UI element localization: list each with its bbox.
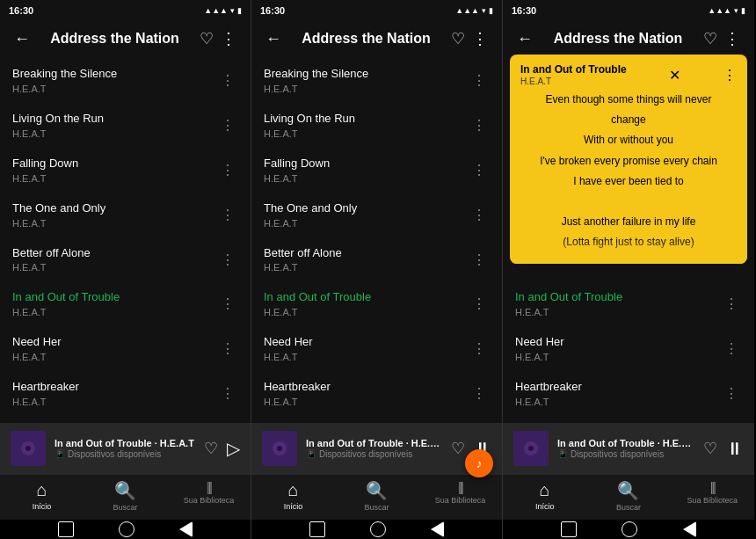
- track-more-icon[interactable]: ⋮: [217, 69, 238, 92]
- track-item[interactable]: Heartbreaker H.E.A.T ⋮: [251, 371, 502, 416]
- heart-button-2[interactable]: ♡: [447, 25, 469, 52]
- track-item[interactable]: Better off Alone H.E.A.T ⋮: [0, 237, 251, 282]
- track-more-icon[interactable]: ⋮: [217, 248, 238, 272]
- track-artist: H.E.A.T: [264, 128, 469, 139]
- track-item[interactable]: Living On the Run H.E.A.T ⋮: [251, 103, 502, 148]
- track-more-icon[interactable]: ⋮: [217, 113, 238, 137]
- track-item[interactable]: The One and Only H.E.A.T ⋮: [251, 193, 502, 237]
- track-item[interactable]: Breaking the Silence H.E.A.T ⋮: [0, 58, 251, 103]
- sys-square-1[interactable]: [58, 521, 74, 537]
- track-more-icon[interactable]: ⋮: [721, 292, 742, 316]
- track-item[interactable]: It's All About Tonight H.E.A.T ⋮: [503, 416, 754, 423]
- now-playing-bar-2[interactable]: In and Out of Trouble · H.E.A.T 📱 Dispos…: [251, 423, 502, 474]
- sys-back-3[interactable]: [683, 521, 696, 537]
- svg-point-2: [25, 446, 31, 451]
- track-item[interactable]: Heartbreaker H.E.A.T ⋮: [0, 371, 251, 416]
- bottom-nav-2: ⌂ Início 🔍 Buscar ||| Sua Biblioteca: [251, 474, 502, 520]
- heart-button-np-2[interactable]: ♡: [451, 439, 465, 458]
- heart-button-np-1[interactable]: ♡: [204, 439, 218, 458]
- nav-home-2[interactable]: ⌂ Início: [251, 480, 335, 513]
- nav-home-1[interactable]: ⌂ Início: [0, 480, 84, 513]
- more-button-2[interactable]: ⋮: [469, 25, 491, 52]
- track-item[interactable]: Falling Down H.E.A.T ⋮: [251, 148, 502, 193]
- sys-back-2[interactable]: [431, 521, 444, 537]
- back-button-2[interactable]: ←: [262, 26, 285, 52]
- track-more-icon[interactable]: ⋮: [469, 248, 490, 272]
- track-item-active[interactable]: In and Out of Trouble H.E.A.T ⋮: [251, 281, 502, 326]
- track-item-active[interactable]: In and Out of Trouble H.E.A.T ⋮: [0, 281, 251, 326]
- album-title-1: Address the Nation: [33, 31, 196, 47]
- heart-button-3[interactable]: ♡: [700, 25, 721, 52]
- sys-square-2[interactable]: [309, 521, 325, 537]
- nav-search-3[interactable]: 🔍 Buscar: [586, 480, 670, 513]
- np-sub-3: 📱 Dispositivos disponíveis: [557, 449, 694, 459]
- track-artist: H.E.A.T: [264, 84, 469, 94]
- sys-circle-2[interactable]: [370, 521, 386, 537]
- lyrics-more-button[interactable]: ⋮: [723, 67, 737, 84]
- sys-circle-3[interactable]: [622, 521, 637, 537]
- track-item[interactable]: Need Her H.E.A.T ⋮: [503, 326, 754, 371]
- back-button-1[interactable]: ←: [11, 26, 33, 52]
- track-more-icon[interactable]: ⋮: [217, 337, 238, 361]
- track-artist: H.E.A.T: [264, 352, 469, 362]
- signal-icon-3: ▲▲▲: [708, 6, 731, 15]
- track-item-active[interactable]: In and Out of Trouble H.E.A.T ⋮: [503, 281, 754, 326]
- sys-back-1[interactable]: [179, 521, 193, 537]
- track-more-icon[interactable]: ⋮: [469, 69, 490, 92]
- floating-player-button-2[interactable]: ♪: [465, 449, 493, 477]
- track-item[interactable]: Breaking the Silence H.E.A.T ⋮: [251, 58, 502, 103]
- nav-search-2[interactable]: 🔍 Buscar: [335, 480, 418, 513]
- track-more-icon[interactable]: ⋮: [217, 292, 238, 316]
- track-more-icon[interactable]: ⋮: [469, 113, 490, 137]
- play-button-1[interactable]: ▷: [227, 438, 240, 459]
- nav-library-2[interactable]: ||| Sua Biblioteca: [418, 480, 502, 513]
- track-item[interactable]: The One and Only H.E.A.T ⋮: [0, 193, 251, 237]
- track-more-icon[interactable]: ⋮: [469, 203, 490, 227]
- more-button-3[interactable]: ⋮: [721, 25, 744, 52]
- album-title-2: Address the Nation: [285, 31, 447, 47]
- track-name: Heartbreaker: [264, 380, 469, 395]
- nav-search-1[interactable]: 🔍 Buscar: [84, 480, 167, 513]
- track-item[interactable]: Heartbreaker H.E.A.T ⋮: [503, 371, 754, 416]
- more-button-1[interactable]: ⋮: [217, 25, 240, 52]
- lyrics-popup: In and Out of Trouble H.E.A.T ✕ ⋮ Even t…: [510, 55, 747, 264]
- track-more-icon[interactable]: ⋮: [217, 382, 238, 405]
- track-item[interactable]: Falling Down H.E.A.T ⋮: [0, 148, 251, 193]
- track-more-icon[interactable]: ⋮: [469, 292, 490, 316]
- sys-square-3[interactable]: [561, 521, 577, 537]
- track-item[interactable]: Need Her H.E.A.T ⋮: [251, 326, 502, 371]
- nav-library-1[interactable]: ||| Sua Biblioteca: [167, 480, 251, 513]
- nav-home-label-1: Início: [33, 502, 52, 511]
- track-item[interactable]: Need Her H.E.A.T ⋮: [0, 326, 251, 371]
- lyrics-popup-artist: H.E.A.T: [520, 76, 627, 86]
- now-playing-bar-3[interactable]: In and Out of Trouble · H.E.A.T 📱 Dispos…: [503, 423, 754, 474]
- nav-library-3[interactable]: ||| Sua Biblioteca: [671, 480, 754, 513]
- track-item[interactable]: It's All About Tonight H.E.A.T ⋮: [251, 416, 502, 423]
- album-art-image-2: [262, 431, 297, 466]
- nav-home-label-3: Início: [535, 502, 555, 511]
- nav-home-3[interactable]: ⌂ Início: [503, 480, 586, 513]
- track-name-active: In and Out of Trouble: [264, 290, 469, 305]
- now-playing-bar-1[interactable]: In and Out of Trouble · H.E.A.T 📱 Dispos…: [0, 423, 251, 474]
- track-more-icon[interactable]: ⋮: [721, 382, 742, 405]
- track-more-icon[interactable]: ⋮: [469, 337, 490, 361]
- track-more-icon[interactable]: ⋮: [469, 158, 490, 182]
- track-item[interactable]: Better off Alone H.E.A.T ⋮: [251, 237, 502, 282]
- track-more-icon[interactable]: ⋮: [469, 382, 490, 405]
- pause-button-3[interactable]: ⏸: [726, 439, 744, 459]
- track-more-icon[interactable]: ⋮: [217, 158, 238, 182]
- track-info: Heartbreaker H.E.A.T: [12, 380, 217, 407]
- lyrics-close-button[interactable]: ✕: [664, 65, 686, 85]
- track-more-icon[interactable]: ⋮: [217, 203, 238, 227]
- track-more-icon[interactable]: ⋮: [721, 337, 742, 361]
- lyrics-line: With or without you: [520, 132, 737, 149]
- track-item[interactable]: Living On the Run H.E.A.T ⋮: [0, 103, 251, 148]
- sys-circle-1[interactable]: [119, 521, 134, 537]
- track-info: Falling Down H.E.A.T: [264, 157, 469, 184]
- heart-button-np-3[interactable]: ♡: [703, 439, 717, 458]
- track-item[interactable]: It's All About Tonight H.E.A.T ⋮: [0, 416, 251, 423]
- track-info: Need Her H.E.A.T: [515, 335, 721, 362]
- heart-button-1[interactable]: ♡: [196, 25, 217, 52]
- back-button-3[interactable]: ←: [513, 26, 536, 52]
- signal-icon-2: ▲▲▲: [455, 6, 479, 15]
